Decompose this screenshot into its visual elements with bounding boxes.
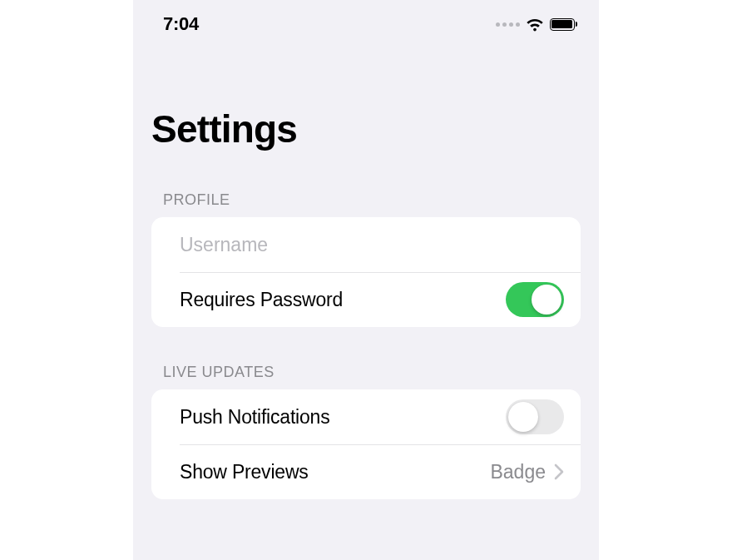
chevron-right-icon: [554, 463, 564, 480]
show-previews-value: Badge: [490, 461, 546, 483]
wifi-icon: [525, 17, 545, 32]
row-username[interactable]: [151, 217, 581, 272]
status-bar: 7:04: [133, 0, 599, 42]
card-profile: Requires Password: [151, 217, 581, 327]
row-show-previews[interactable]: Show Previews Badge: [151, 444, 581, 499]
card-live-updates: Push Notifications Show Previews Badge: [151, 389, 581, 499]
status-icons: [496, 17, 578, 32]
push-notifications-label: Push Notifications: [180, 406, 330, 429]
requires-password-toggle[interactable]: [506, 282, 564, 317]
battery-icon: [550, 18, 578, 31]
row-push-notifications: Push Notifications: [151, 389, 581, 444]
show-previews-value-wrap: Badge: [490, 461, 564, 483]
section-live-updates: LIVE UPDATES Push Notifications Show Pre…: [133, 364, 599, 499]
show-previews-label: Show Previews: [180, 461, 309, 483]
status-time: 7:04: [163, 13, 199, 35]
section-header-profile: PROFILE: [151, 191, 581, 217]
section-header-live-updates: LIVE UPDATES: [151, 364, 581, 389]
cellular-icon: [496, 22, 520, 27]
row-requires-password: Requires Password: [151, 272, 581, 327]
push-notifications-toggle[interactable]: [506, 399, 564, 434]
section-profile: PROFILE Requires Password: [133, 191, 599, 327]
username-input[interactable]: [180, 219, 564, 271]
requires-password-label: Requires Password: [180, 289, 343, 311]
page-title: Settings: [133, 42, 599, 151]
phone-frame: 7:04 Settings PROFILE: [133, 0, 599, 560]
